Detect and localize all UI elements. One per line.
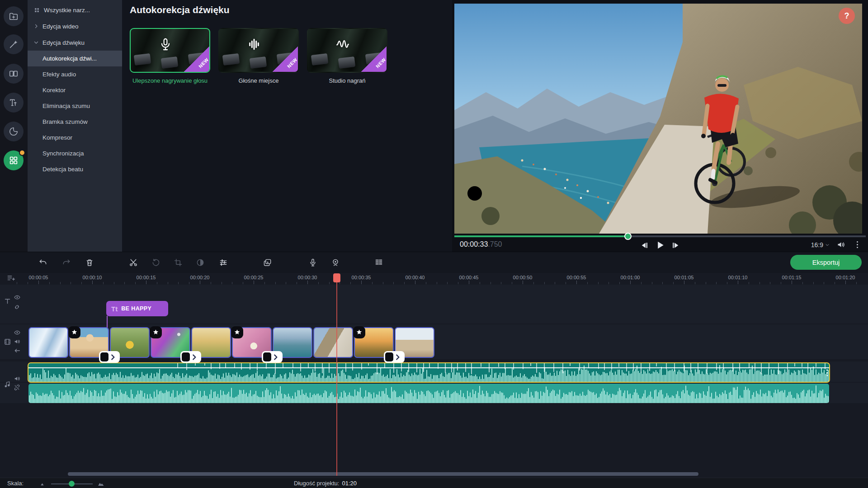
video-clip-ski-slope[interactable] (28, 327, 68, 358)
help-button[interactable]: ? (839, 8, 855, 24)
menu-group-0[interactable]: Edycja wideo (28, 18, 122, 34)
card-thumbnail: NEW (218, 28, 299, 73)
tool-content-panel: Autokorekcja dźwięku NEWUlepszone nagryw… (122, 0, 452, 252)
menu-item-7[interactable]: Detekcja beatu (28, 161, 122, 177)
undo-button[interactable] (35, 255, 51, 270)
transition-clip-block (100, 352, 108, 361)
menu-dots-icon[interactable] (853, 240, 862, 249)
sound-icon[interactable] (14, 375, 21, 382)
video-track-icon[interactable] (4, 338, 11, 346)
add-track-icon[interactable] (6, 274, 15, 283)
chevron-down-icon (33, 40, 39, 45)
sidebar-titles-button[interactable] (4, 93, 24, 113)
sound-icon[interactable] (14, 338, 21, 345)
card-1[interactable]: NEWGłośne miejsce (218, 28, 299, 85)
status-bar: Skala: Długość projektu:01:20 (0, 478, 868, 488)
timeline-tracks: TtBE HAPPY (0, 285, 868, 472)
menu-item-2[interactable]: Korektor (28, 82, 122, 98)
menu-item-4[interactable]: Bramka szumów (28, 114, 122, 130)
prev-frame-button[interactable] (639, 240, 650, 251)
card-label: Ulepszone nagrywanie głosu (130, 77, 210, 85)
arrow-left-icon[interactable] (14, 347, 21, 354)
ruler-label: 00:00:10 (83, 275, 102, 280)
playhead-handle[interactable] (333, 273, 340, 282)
timeline-section: Eksportuj 00:00:0500:00:1000:00:1500:00:… (0, 252, 868, 488)
eye-icon[interactable] (14, 294, 21, 301)
eye-icon[interactable] (14, 329, 21, 336)
timeline-ruler[interactable]: 00:00:0500:00:1000:00:1500:00:2000:00:25… (0, 273, 868, 285)
transition-badge[interactable] (180, 351, 201, 363)
page-title: Autokorekcja dźwięku (130, 5, 230, 15)
equalizer-icon (247, 37, 261, 52)
trim-handle[interactable] (826, 369, 828, 376)
menu-item-3[interactable]: Eliminacja szumu (28, 98, 122, 114)
transition-arrow-icon (109, 353, 117, 361)
delete-button[interactable] (82, 255, 97, 270)
menu-item-5[interactable]: Kompresor (28, 130, 122, 145)
menu-all-tools-label: Wszystkie narz... (44, 7, 90, 14)
track-manager-button[interactable] (371, 255, 387, 270)
transition-arrow-icon (394, 353, 401, 361)
menu-item-6[interactable]: Synchronizacja (28, 145, 122, 161)
playhead-line (336, 281, 337, 476)
timeline-scrollbar[interactable] (68, 472, 698, 476)
transition-clip-block (182, 352, 190, 361)
record-voice-button[interactable] (305, 255, 321, 270)
new-badge: NEW (361, 47, 387, 72)
menu-item-1[interactable]: Efekty audio (28, 66, 122, 82)
audio-track-icon[interactable] (4, 380, 11, 388)
play-button[interactable] (654, 239, 666, 251)
volume-icon[interactable] (836, 240, 846, 249)
ruler-label: 00:00:40 (406, 275, 425, 280)
title-clip[interactable]: TtBE HAPPY (106, 301, 168, 316)
video-clip-mountain-trail[interactable] (313, 327, 353, 358)
sidebar-stickers-button[interactable] (4, 122, 24, 141)
menu-item-0[interactable]: Autokorekcja dźwi... (28, 51, 122, 66)
menu-group-label: Edycja dźwięku (42, 39, 85, 46)
sidebar-filters-button[interactable] (4, 34, 24, 54)
cut-button[interactable] (126, 255, 141, 270)
ruler-label: 00:00:50 (513, 275, 533, 280)
card-2[interactable]: NEWStudio nagrań (307, 28, 387, 85)
transition-badge[interactable] (99, 351, 120, 363)
scale-slider-handle[interactable] (69, 481, 75, 487)
crop-button[interactable] (170, 255, 186, 270)
titles-track-icon[interactable] (4, 297, 11, 305)
tools-menu-panel: Wszystkie narz... Edycja wideoEdycja dźw… (28, 0, 122, 252)
audio-clip-audio-1[interactable] (28, 363, 829, 382)
unlink-icon[interactable] (14, 384, 20, 391)
ruler-label: 00:00:25 (244, 275, 264, 280)
movavi-editor-window: Wszystkie narz... Edycja wideoEdycja dźw… (0, 0, 868, 488)
overlay-button[interactable] (260, 255, 275, 270)
card-0[interactable]: NEWUlepszone nagrywanie głosu (130, 28, 210, 85)
sidebar-transitions-button[interactable] (4, 64, 24, 84)
next-frame-button[interactable] (670, 240, 681, 251)
export-button[interactable]: Eksportuj (790, 255, 862, 270)
color-adjust-button[interactable] (193, 255, 208, 270)
audio-clip-audio-2[interactable] (28, 384, 829, 403)
volume-envelope-line[interactable] (28, 367, 829, 368)
rotate-button[interactable] (148, 255, 164, 270)
link-icon[interactable] (14, 304, 20, 310)
preview-panel: ? 00:00:33.750 16:9 (452, 0, 868, 252)
sidebar-import-button[interactable] (4, 6, 24, 26)
transition-arrow-icon (190, 353, 198, 361)
transition-clip-block (263, 352, 271, 361)
chevron-down-icon (825, 243, 830, 247)
star-badge (150, 326, 162, 338)
seek-bar[interactable] (454, 235, 866, 237)
webcam-button[interactable] (328, 255, 343, 270)
redo-button[interactable] (59, 255, 74, 270)
menu-group-1[interactable]: Edycja dźwięku (28, 34, 122, 51)
star-badge (353, 326, 365, 338)
transition-badge[interactable] (262, 351, 283, 363)
aspect-ratio-select[interactable]: 16:9 (811, 241, 830, 249)
transition-badge[interactable] (384, 351, 405, 363)
zoom-out-mountain-icon[interactable] (40, 481, 46, 487)
zoom-in-mountain-icon[interactable] (97, 480, 106, 487)
menu-all-tools[interactable]: Wszystkie narz... (28, 0, 122, 18)
card-thumbnail: NEW (130, 28, 210, 73)
card-label: Studio nagrań (307, 77, 387, 85)
properties-button[interactable] (216, 255, 231, 270)
preview-frame-art (454, 4, 862, 234)
